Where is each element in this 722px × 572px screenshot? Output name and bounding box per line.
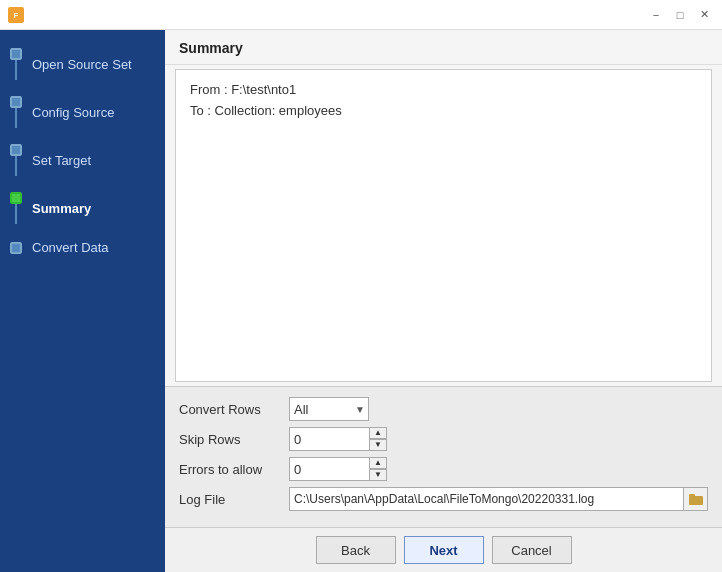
skip-rows-spinner: ▲ ▼ xyxy=(369,427,387,451)
sidebar-line-3 xyxy=(15,156,17,176)
errors-to-allow-input-group: ▲ ▼ xyxy=(289,457,387,481)
convert-rows-select[interactable]: All Custom xyxy=(289,397,369,421)
back-button[interactable]: Back xyxy=(316,536,396,564)
sidebar-label-open-source-set: Open Source Set xyxy=(32,57,132,72)
sidebar-line-1 xyxy=(15,60,17,80)
sidebar-item-open-source-set[interactable]: Open Source Set xyxy=(0,40,165,88)
errors-to-allow-down-button[interactable]: ▼ xyxy=(369,469,387,481)
title-bar-left: F xyxy=(8,7,24,23)
sidebar-line-4 xyxy=(15,204,17,224)
sidebar-label-summary: Summary xyxy=(32,201,91,216)
content-title: Summary xyxy=(179,40,243,56)
sidebar-dot-2 xyxy=(10,96,22,108)
log-file-input[interactable] xyxy=(289,487,684,511)
summary-text-area: From : F:\test\nto1 To : Collection: emp… xyxy=(175,69,712,382)
errors-to-allow-spinner: ▲ ▼ xyxy=(369,457,387,481)
sidebar-dot-1 xyxy=(10,48,22,60)
folder-icon xyxy=(689,493,703,505)
content-area: Summary From : F:\test\nto1 To : Collect… xyxy=(165,30,722,572)
svg-rect-2 xyxy=(689,496,703,505)
sidebar-connector-2 xyxy=(10,96,22,128)
sidebar-line-2 xyxy=(15,108,17,128)
errors-to-allow-input[interactable] xyxy=(289,457,369,481)
sidebar-dot-3 xyxy=(10,144,22,156)
title-bar-controls: − □ ✕ xyxy=(646,5,714,25)
errors-to-allow-row: Errors to allow ▲ ▼ xyxy=(179,457,708,481)
sidebar-connector-5 xyxy=(10,242,22,254)
cancel-button[interactable]: Cancel xyxy=(492,536,572,564)
svg-rect-3 xyxy=(689,494,695,497)
sidebar-label-set-target: Set Target xyxy=(32,153,91,168)
skip-rows-row: Skip Rows ▲ ▼ xyxy=(179,427,708,451)
footer: Back Next Cancel xyxy=(165,527,722,572)
svg-text:F: F xyxy=(14,11,19,20)
convert-rows-row: Convert Rows All Custom ▼ xyxy=(179,397,708,421)
sidebar-dot-4 xyxy=(10,192,22,204)
sidebar-item-config-source[interactable]: Config Source xyxy=(0,88,165,136)
title-bar: F − □ ✕ xyxy=(0,0,722,30)
sidebar-connector-3 xyxy=(10,144,22,176)
sidebar-label-convert-data: Convert Data xyxy=(32,240,109,255)
skip-rows-up-button[interactable]: ▲ xyxy=(369,427,387,439)
convert-rows-label: Convert Rows xyxy=(179,402,289,417)
summary-line-from: From : F:\test\nto1 xyxy=(190,80,697,101)
skip-rows-input[interactable] xyxy=(289,427,369,451)
sidebar-item-convert-data[interactable]: Convert Data xyxy=(0,232,165,263)
minimize-button[interactable]: − xyxy=(646,5,666,25)
content-header: Summary xyxy=(165,30,722,65)
app-icon: F xyxy=(8,7,24,23)
skip-rows-label: Skip Rows xyxy=(179,432,289,447)
sidebar-item-set-target[interactable]: Set Target xyxy=(0,136,165,184)
sidebar-label-config-source: Config Source xyxy=(32,105,114,120)
log-file-row: Log File xyxy=(179,487,708,511)
sidebar-dot-5 xyxy=(10,242,22,254)
form-area: Convert Rows All Custom ▼ Skip Rows ▲ ▼ xyxy=(165,386,722,527)
errors-to-allow-up-button[interactable]: ▲ xyxy=(369,457,387,469)
log-file-label: Log File xyxy=(179,492,289,507)
errors-to-allow-label: Errors to allow xyxy=(179,462,289,477)
summary-line-to: To : Collection: employees xyxy=(190,101,697,122)
maximize-button[interactable]: □ xyxy=(670,5,690,25)
next-button[interactable]: Next xyxy=(404,536,484,564)
sidebar-connector-1 xyxy=(10,48,22,80)
sidebar-connector-4 xyxy=(10,192,22,224)
skip-rows-input-group: ▲ ▼ xyxy=(289,427,387,451)
convert-rows-select-wrapper: All Custom ▼ xyxy=(289,397,369,421)
sidebar-item-summary[interactable]: Summary xyxy=(0,184,165,232)
main-container: Open Source Set Config Source Set Target xyxy=(0,30,722,572)
log-file-browse-button[interactable] xyxy=(684,487,708,511)
skip-rows-down-button[interactable]: ▼ xyxy=(369,439,387,451)
sidebar: Open Source Set Config Source Set Target xyxy=(0,30,165,572)
close-button[interactable]: ✕ xyxy=(694,5,714,25)
